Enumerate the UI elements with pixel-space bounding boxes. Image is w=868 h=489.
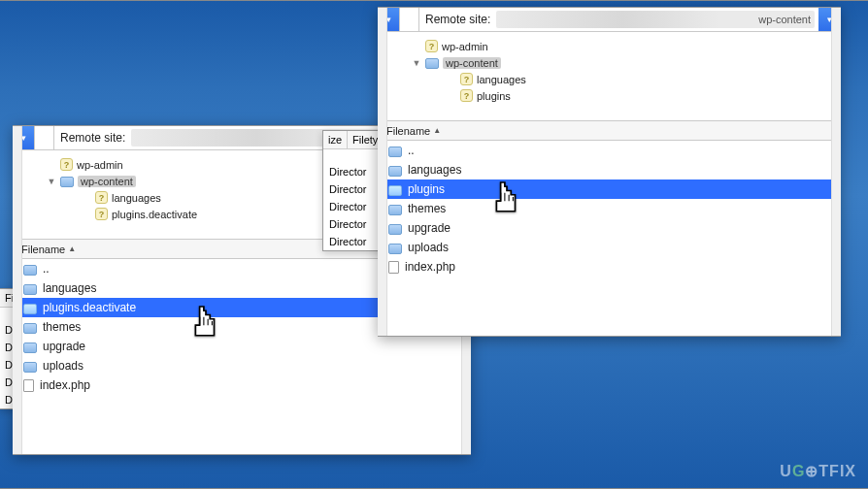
folder-icon bbox=[388, 147, 402, 157]
list-item-label: uploads bbox=[43, 359, 83, 373]
tree-label: wp-content bbox=[443, 57, 501, 69]
folder-icon bbox=[388, 166, 402, 177]
folder-icon bbox=[23, 265, 37, 276]
scrollbar[interactable] bbox=[378, 8, 387, 336]
unknown-folder-icon: ? bbox=[460, 73, 473, 85]
folder-icon bbox=[425, 58, 439, 69]
scrollbar[interactable] bbox=[831, 8, 841, 336]
folder-icon bbox=[23, 342, 37, 353]
list-item-upgrade[interactable]: upgrade bbox=[14, 337, 470, 356]
tree-item-wp-admin[interactable]: ? wp-admin bbox=[388, 38, 836, 54]
filename-column-header[interactable]: Filename ▲ bbox=[379, 125, 449, 137]
unknown-folder-icon: ? bbox=[95, 208, 108, 220]
remote-tree[interactable]: ? wp-admin ▼ wp-content ? languages ? pl… bbox=[379, 32, 840, 121]
size-column-header[interactable]: ize bbox=[323, 131, 348, 148]
tree-label: wp-admin bbox=[77, 159, 123, 171]
folder-icon bbox=[60, 177, 74, 187]
tree-item-languages[interactable]: ? languages bbox=[388, 71, 836, 87]
list-item-label: upgrade bbox=[408, 221, 451, 235]
tree-label: languages bbox=[112, 192, 161, 204]
folder-icon bbox=[23, 323, 37, 334]
tree-label: wp-admin bbox=[442, 41, 488, 52]
list-item-languages[interactable]: languages bbox=[379, 160, 840, 179]
list-item-upgrade[interactable]: upgrade bbox=[379, 218, 840, 238]
disclosure-down-icon[interactable]: ▼ bbox=[47, 177, 56, 186]
ftp-window-right: ▾ Remote site: wp-content ▾ ? wp-admin ▼… bbox=[378, 7, 841, 337]
tree-label: plugins.deactivate bbox=[112, 209, 197, 220]
pointer-cursor-icon bbox=[189, 304, 222, 342]
list-item-parent[interactable]: .. bbox=[379, 141, 840, 160]
list-item-uploads[interactable]: uploads bbox=[14, 356, 470, 375]
remote-path-input[interactable]: wp-content bbox=[496, 11, 815, 28]
list-item-index-php[interactable]: index.php bbox=[14, 375, 470, 395]
folder-icon bbox=[23, 304, 37, 314]
remote-site-label: Remote site: bbox=[419, 8, 496, 31]
folder-icon bbox=[23, 362, 37, 373]
tree-item-wp-content[interactable]: ▼ wp-content bbox=[388, 54, 836, 71]
sort-asc-icon: ▲ bbox=[433, 126, 441, 135]
tree-label: plugins bbox=[477, 90, 511, 102]
remote-site-bar: ▾ Remote site: wp-content ▾ bbox=[379, 8, 840, 32]
file-list[interactable]: .. languages plugins themes upgrade uplo… bbox=[379, 141, 840, 277]
folder-icon bbox=[388, 244, 402, 254]
remote-path-suffix: wp-content bbox=[758, 14, 811, 25]
pointer-cursor-icon bbox=[490, 179, 523, 218]
list-item-themes[interactable]: themes bbox=[379, 199, 840, 218]
folder-icon bbox=[23, 284, 37, 295]
tree-item-plugins[interactable]: ? plugins bbox=[388, 87, 836, 104]
list-item-label: upgrade bbox=[43, 340, 85, 353]
file-list-header[interactable]: Filename ▲ bbox=[379, 121, 840, 141]
unknown-folder-icon: ? bbox=[425, 40, 438, 52]
file-icon bbox=[23, 379, 34, 392]
tree-label: wp-content bbox=[78, 176, 136, 187]
unknown-folder-icon: ? bbox=[60, 158, 73, 171]
folder-icon bbox=[388, 205, 402, 215]
list-item-uploads[interactable]: uploads bbox=[379, 238, 840, 257]
list-item-label: .. bbox=[408, 144, 415, 157]
list-item-label: themes bbox=[43, 320, 81, 334]
unknown-folder-icon: ? bbox=[95, 191, 108, 204]
watermark: UG⊕TFIX bbox=[780, 462, 856, 480]
list-item-label: index.php bbox=[405, 260, 455, 274]
disclosure-down-icon[interactable]: ▼ bbox=[412, 58, 421, 68]
folder-icon bbox=[388, 224, 402, 235]
tree-label: languages bbox=[477, 74, 526, 85]
list-item-label: languages bbox=[408, 163, 461, 177]
list-item-plugins[interactable]: plugins bbox=[379, 179, 840, 199]
list-item-label: index.php bbox=[40, 378, 90, 392]
list-item-label: languages bbox=[43, 281, 96, 295]
list-item-label: uploads bbox=[408, 241, 449, 254]
filename-column-header[interactable]: Filename ▲ bbox=[14, 244, 83, 255]
list-item-label: .. bbox=[43, 262, 50, 276]
list-item-label: themes bbox=[408, 202, 446, 215]
list-item-label: plugins.deactivate bbox=[43, 301, 136, 314]
list-item-label: plugins bbox=[408, 182, 445, 196]
folder-icon bbox=[388, 185, 402, 196]
remote-site-label: Remote site: bbox=[54, 126, 131, 149]
sort-asc-icon: ▲ bbox=[68, 244, 76, 253]
list-item-index-php[interactable]: index.php bbox=[379, 257, 840, 277]
file-icon bbox=[388, 261, 399, 274]
unknown-folder-icon: ? bbox=[460, 89, 473, 102]
scrollbar[interactable] bbox=[13, 126, 22, 454]
